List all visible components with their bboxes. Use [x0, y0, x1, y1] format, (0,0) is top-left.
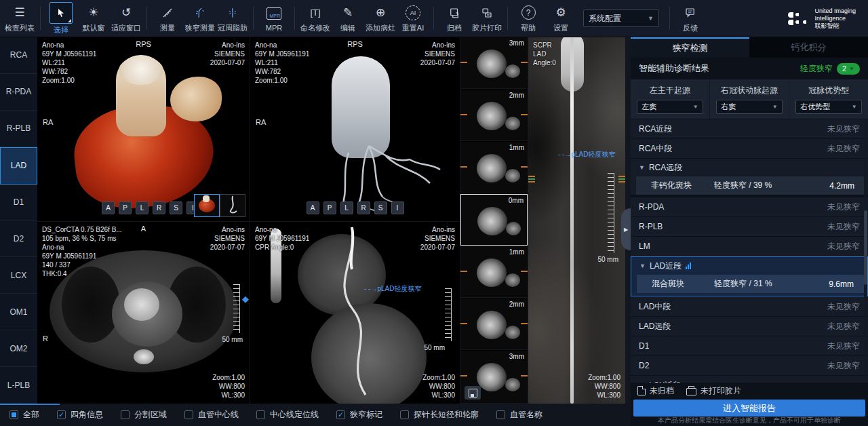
perivascular-fat-button[interactable]: 冠周脂肪: [217, 1, 248, 35]
axis-button-a[interactable]: A: [307, 201, 319, 214]
panel-collapse-handle[interactable]: ▶: [621, 208, 631, 250]
checkbox-centerline-locator[interactable]: 中心线定位线: [256, 409, 319, 421]
checkbox-corner-info[interactable]: ✓ 四角信息: [57, 409, 103, 421]
cross-section-tile-selected[interactable]: 0mm: [460, 194, 528, 246]
settings-button[interactable]: ⚙ 设置: [545, 1, 576, 35]
dominance-select[interactable]: 右优势型 ▼: [795, 100, 861, 114]
axis-button-p[interactable]: P: [119, 201, 132, 214]
checkbox-all[interactable]: 全部: [9, 409, 39, 421]
viewport-cpr[interactable]: Ano-na69Y M J05961191CPR Angle:0 Ano-ins…: [250, 222, 460, 404]
axis-button-l[interactable]: L: [340, 201, 353, 214]
cross-section-tile[interactable]: 2mm: [460, 298, 528, 350]
stenosis-annotation: - -→pLAD轻度狭窄: [558, 150, 615, 159]
edit-button[interactable]: ✎ 编辑: [332, 1, 363, 35]
system-config-dropdown[interactable]: 系统配置 ▼: [583, 9, 659, 27]
toolbar-divider: [146, 7, 147, 30]
chevron-expand-icon: ▼: [639, 164, 645, 171]
viewport-axial-ct[interactable]: DS_CorCTA 0.75 B26f B...105 bpm, 36 % S,…: [37, 222, 250, 404]
bar-chart-icon[interactable]: [686, 263, 691, 269]
sidebar-item-d1[interactable]: D1: [0, 185, 37, 221]
viewport-vrt-vessels[interactable]: Ano-na69Y M J05961191 WL:211WW:782 Zoom:…: [250, 37, 460, 221]
checkbox-vessel-name[interactable]: 血管名称: [496, 409, 542, 421]
checkbox-centerline[interactable]: 血管中心线: [184, 409, 239, 421]
select-tool-button[interactable]: 选择: [45, 1, 77, 35]
vessel-sidebar: RCA R-PDA R-PLB LAD D1 D2 LCX OM1 OM2 L-…: [0, 37, 37, 404]
axis-button-l[interactable]: L: [136, 201, 149, 214]
stenosis-measure-button[interactable]: 狭窄测量: [184, 1, 216, 35]
measure-button[interactable]: 测量: [152, 1, 183, 35]
segment-row-rca-proximal[interactable]: RCA近段 未见狭窄: [631, 119, 868, 138]
axis-button-s[interactable]: S: [374, 201, 387, 214]
vrt-thumbnail-vessels[interactable]: [220, 194, 245, 217]
save-snapshot-button[interactable]: [465, 386, 481, 400]
sidebar-item-lcx[interactable]: LCX: [0, 257, 37, 294]
rca-origin-select[interactable]: 右窦 ▼: [716, 100, 782, 114]
severity-summary: 轻度狭窄 2 ▼: [800, 63, 860, 75]
sidebar-item-r-pda[interactable]: R-PDA: [0, 74, 37, 111]
segment-row-lad-mid[interactable]: LAD中段 未见狭窄: [631, 297, 868, 316]
panel-scrollbar[interactable]: [864, 119, 867, 379]
cross-section-tile[interactable]: 1mm: [460, 246, 528, 298]
plaque-row[interactable]: 非钙化斑块 轻度狭窄 / 39 % 4.2mm: [636, 176, 865, 195]
axis-button-s[interactable]: S: [170, 201, 182, 214]
checkbox-probe-diameter[interactable]: 探针长短径和轮廓: [400, 409, 479, 421]
axis-button-a[interactable]: A: [102, 201, 115, 214]
axis-button-i[interactable]: I: [391, 201, 404, 214]
viewport-scpr[interactable]: SCPRLADAngle:0 - -→pLAD轻度狭窄 50 mm Zoom:1…: [528, 37, 625, 404]
segment-row-lad-proximal[interactable]: ▼LAD近段: [631, 257, 867, 275]
add-lesion-button[interactable]: ⊕ 添加病灶: [365, 1, 396, 35]
cpr-info-overlay: Ano-na69Y M J05961191CPR Angle:0: [255, 225, 309, 252]
film-print-button[interactable]: 胶片打印: [471, 1, 502, 35]
segment-row-rca-distal[interactable]: ▼RCA远段: [631, 159, 868, 176]
scale-ruler: [445, 288, 452, 341]
sidebar-item-om2[interactable]: OM2: [0, 330, 37, 367]
sidebar-item-lad[interactable]: LAD: [0, 147, 37, 185]
scale-label: 50 mm: [222, 336, 243, 343]
segment-row-d1[interactable]: D1 未见狭窄: [631, 336, 868, 355]
archive-button[interactable]: 归档: [439, 1, 470, 35]
rename-button[interactable]: [T] 命名修改: [300, 1, 331, 35]
mpr-button[interactable]: MPR MPR: [258, 1, 290, 35]
toolbar-divider: [294, 7, 295, 30]
tab-calcium-score[interactable]: 钙化积分: [749, 37, 868, 58]
scrollbar-thumb[interactable]: [864, 210, 867, 285]
sidebar-item-rca[interactable]: RCA: [0, 37, 37, 74]
chevron-down-icon: ▼: [648, 15, 654, 22]
viewport-vrt-heart[interactable]: Ano-na69Y M J05961191 WL:211WW:782 Zoom:…: [37, 37, 250, 221]
feedback-button[interactable]: 反馈: [675, 1, 706, 35]
segment-row-rca-mid[interactable]: RCA中段 未见狭窄: [631, 139, 868, 158]
segment-row-r-pda[interactable]: R-PDA 未见狭窄: [631, 197, 868, 216]
sidebar-item-om1[interactable]: OM1: [0, 294, 37, 330]
axis-button-r[interactable]: R: [357, 201, 370, 214]
cross-section-tile[interactable]: 3mm: [460, 37, 528, 89]
vrt-thumbnail-heart[interactable]: [194, 194, 220, 217]
checkbox-segmentation[interactable]: 分割区域: [121, 409, 167, 421]
segment-row-lad-distal[interactable]: LAD远段 未见狭窄: [631, 317, 868, 336]
cross-section-tile[interactable]: 2mm: [460, 90, 528, 141]
axis-button-p[interactable]: P: [323, 201, 336, 214]
fit-window-button[interactable]: ↺ 适应窗口: [111, 1, 142, 35]
sidebar-item-l-plb[interactable]: L-PLB: [0, 367, 37, 404]
tab-stenosis-detection[interactable]: 狭窄检测: [631, 37, 749, 58]
help-button[interactable]: ? 帮助: [513, 1, 544, 35]
archive-icon: [446, 4, 463, 22]
toolbar-divider: [40, 7, 41, 30]
axis-button-r[interactable]: R: [153, 201, 165, 214]
lm-origin-select[interactable]: 左窦 ▼: [637, 100, 703, 114]
exam-list-button[interactable]: ☰ 检查列表: [4, 1, 35, 35]
orientation-label: RPS: [347, 40, 363, 48]
segment-row-d2[interactable]: D2 未见狭窄: [631, 356, 868, 375]
enter-report-button[interactable]: 进入智能报告: [633, 400, 865, 417]
plaque-row-selected[interactable]: 混合斑块 轻度狭窄 / 31 % 9.6mm: [637, 275, 865, 293]
cross-section-tile[interactable]: 1mm: [460, 142, 528, 193]
slice-slider-handle[interactable]: ◆: [242, 294, 249, 304]
default-window-button[interactable]: ☀ 默认窗: [78, 1, 109, 35]
list-icon: ☰: [11, 4, 28, 22]
reset-ai-button[interactable]: AI 重置AI: [397, 1, 429, 35]
severity-count-dropdown[interactable]: 2 ▼: [837, 63, 860, 75]
checkbox-stenosis-marker[interactable]: ✓ 狭窄标记: [336, 409, 382, 421]
sidebar-item-d2[interactable]: D2: [0, 221, 37, 258]
sidebar-item-r-plb[interactable]: R-PLB: [0, 111, 37, 147]
segment-row-r-plb[interactable]: R-PLB 未见狭窄: [631, 217, 868, 236]
segment-row-lm[interactable]: LM 未见狭窄: [631, 237, 868, 256]
